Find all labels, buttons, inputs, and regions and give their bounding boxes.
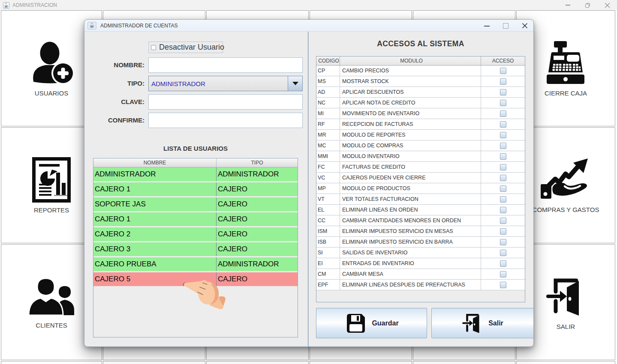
salir-button[interactable]: Salir	[431, 308, 534, 338]
access-column-header-codigo[interactable]: CODIGO	[316, 57, 340, 66]
acceso-checkbox[interactable]	[500, 250, 506, 256]
dialog-close-button[interactable]	[522, 23, 528, 29]
access-codigo-cell[interactable]: ISM	[316, 226, 340, 236]
access-table-row[interactable]: VTVER TOTALES FACTURACION	[316, 194, 525, 205]
acceso-checkbox[interactable]	[500, 68, 506, 74]
user-tipo-cell[interactable]: CAJERO	[217, 272, 298, 286]
users-table-row[interactable]: CAJERO 1CAJERO	[93, 182, 298, 197]
dialog-titlebar[interactable]: ADMINISTRADOR DE CUENTAS	[84, 20, 533, 32]
nombre-input[interactable]	[148, 57, 303, 73]
access-codigo-cell[interactable]: SI	[316, 248, 340, 258]
user-nombre-cell[interactable]: CAJERO 2	[93, 227, 217, 241]
dialog-minimize-button[interactable]	[484, 26, 490, 27]
access-modulo-cell[interactable]: ELIMINAR LINEAS DESPUES DE PREFACTURAS	[340, 280, 481, 290]
menu-cell-empty[interactable]	[516, 361, 615, 364]
access-modulo-cell[interactable]: FACTURAS DE CREDITO	[340, 162, 481, 172]
access-codigo-cell[interactable]: MMI	[316, 151, 340, 161]
access-table-row[interactable]: ADAPLICAR DESCUENTOS	[316, 87, 525, 98]
access-table-row[interactable]: ELELIMINAR LINEAS EN ORDEN	[316, 205, 525, 215]
access-modulo-cell[interactable]: ENTRADAS DE INVENTARIO	[340, 258, 481, 269]
acceso-checkbox[interactable]	[500, 228, 506, 235]
users-table-row[interactable]: ADMINISTRADORADMINISTRADOR	[93, 167, 298, 182]
access-codigo-cell[interactable]: EL	[316, 205, 340, 215]
access-codigo-cell[interactable]: CP	[316, 66, 340, 76]
user-nombre-cell[interactable]: CAJERO 1	[93, 212, 217, 226]
access-table-row[interactable]: MCMODULO DE COMPRAS	[316, 140, 525, 151]
access-modulo-cell[interactable]: ELIMINAR IMPUESTO SERVICIO EN MESAS	[340, 226, 481, 236]
acceso-checkbox[interactable]	[500, 175, 506, 181]
access-table-row[interactable]: EPFELIMINAR LINEAS DESPUES DE PREFACTURA…	[316, 280, 525, 290]
access-modulo-cell[interactable]: MODULO DE REPORTES	[340, 130, 481, 140]
access-table-row[interactable]: VCCAJEROS PUEDEN VER CIERRE	[316, 173, 525, 183]
acceso-checkbox[interactable]	[500, 218, 506, 224]
access-codigo-cell[interactable]: RF	[316, 119, 340, 129]
access-table-row[interactable]: MRMODULO DE REPORTES	[316, 130, 525, 140]
tipo-combobox[interactable]: ADMINISTRADOR	[148, 76, 303, 91]
access-modulo-cell[interactable]: CAMBIAR MESA	[340, 269, 481, 279]
tipo-combobox-arrow-button[interactable]	[288, 76, 302, 91]
users-table-row[interactable]: SOPORTE JASCAJERO	[93, 197, 298, 212]
acceso-checkbox[interactable]	[500, 110, 506, 117]
access-table-row[interactable]: RFRECEPCION DE FACTURAS	[316, 119, 525, 130]
desactivar-usuario-checkbox[interactable]	[151, 45, 156, 50]
users-table-row[interactable]: CAJERO 2CAJERO	[93, 227, 298, 242]
user-nombre-cell[interactable]: CAJERO 3	[93, 242, 217, 256]
main-restore-button[interactable]	[578, 0, 597, 10]
acceso-checkbox[interactable]	[500, 185, 506, 192]
acceso-checkbox[interactable]	[500, 143, 506, 149]
access-codigo-cell[interactable]: NC	[316, 98, 340, 108]
user-tipo-cell[interactable]: CAJERO	[217, 242, 298, 256]
user-nombre-cell[interactable]: CAJERO 1	[93, 182, 217, 196]
acceso-checkbox[interactable]	[500, 239, 506, 245]
access-modulo-cell[interactable]: CAMBIAR CANTIDADES MENORES EN ORDEN	[340, 215, 481, 226]
access-table-row[interactable]: MPMODULO DE PRODUCTOS	[316, 183, 525, 194]
access-modulo-cell[interactable]: VER TOTALES FACTURACION	[340, 194, 481, 204]
acceso-checkbox[interactable]	[500, 196, 506, 203]
users-column-header-nombre[interactable]: NOMBRE	[93, 158, 217, 167]
access-table-row[interactable]: ISMELIMINAR IMPUESTO SERVICIO EN MESAS	[316, 226, 525, 237]
main-close-button[interactable]	[597, 0, 617, 10]
access-modulo-cell[interactable]: MOSTRAR STOCK	[340, 76, 481, 87]
access-codigo-cell[interactable]: MS	[316, 76, 340, 87]
user-tipo-cell[interactable]: CAJERO	[217, 227, 298, 241]
access-codigo-cell[interactable]: EPF	[316, 280, 340, 290]
access-modulo-cell[interactable]: APLICAR DESCUENTOS	[340, 87, 481, 97]
users-column-header-tipo[interactable]: TIPO	[217, 158, 298, 167]
access-modulo-cell[interactable]: CAMBIO PRECIOS	[340, 66, 481, 76]
acceso-checkbox[interactable]	[500, 164, 506, 170]
menu-cell-empty[interactable]	[310, 361, 412, 364]
user-nombre-cell[interactable]: ADMINISTRADOR	[93, 167, 217, 181]
access-codigo-cell[interactable]: EI	[316, 258, 340, 269]
access-table-row[interactable]: FCFACTURAS DE CREDITO	[316, 162, 525, 173]
access-table-row[interactable]: CCCAMBIAR CANTIDADES MENORES EN ORDEN	[316, 215, 525, 226]
acceso-checkbox[interactable]	[500, 153, 506, 160]
main-minimize-button[interactable]	[558, 0, 578, 10]
user-tipo-cell[interactable]: CAJERO	[217, 212, 298, 226]
acceso-checkbox[interactable]	[500, 89, 506, 95]
access-table-row[interactable]: EIENTRADAS DE INVENTARIO	[316, 258, 525, 269]
access-codigo-cell[interactable]: VC	[316, 173, 340, 183]
access-modulo-cell[interactable]: MODULO INVENTARIO	[340, 151, 481, 161]
access-column-header-modulo[interactable]: MODULO	[340, 57, 481, 66]
acceso-checkbox[interactable]	[500, 78, 506, 85]
acceso-checkbox[interactable]	[500, 132, 506, 138]
user-tipo-cell[interactable]: CAJERO	[217, 182, 298, 196]
menu-cell-empty[interactable]	[413, 361, 515, 364]
user-tipo-cell[interactable]: ADMINISTRADOR	[217, 257, 298, 271]
acceso-checkbox[interactable]	[500, 207, 506, 213]
dialog-maximize-button[interactable]	[503, 23, 509, 29]
access-modulo-cell[interactable]: ELIMINAR LINEAS EN ORDEN	[340, 205, 481, 215]
access-table-row[interactable]: MMIMODULO INVENTARIO	[316, 151, 525, 162]
user-nombre-cell[interactable]: CAJERO 5	[93, 272, 217, 286]
clave-input[interactable]	[148, 94, 303, 110]
user-tipo-cell[interactable]: CAJERO	[217, 197, 298, 211]
access-codigo-cell[interactable]: CC	[316, 215, 340, 226]
access-modulo-cell[interactable]: CAJEROS PUEDEN VER CIERRE	[340, 173, 481, 183]
users-table-row[interactable]: CAJERO PRUEBAADMINISTRADOR	[93, 257, 298, 272]
access-modulo-cell[interactable]: MOVIMIENTO DE INVENTARIO	[340, 108, 481, 119]
access-codigo-cell[interactable]: AD	[316, 87, 340, 97]
menu-cell-empty[interactable]	[103, 361, 205, 364]
access-codigo-cell[interactable]: MC	[316, 140, 340, 151]
access-codigo-cell[interactable]: MI	[316, 108, 340, 119]
access-modulo-cell[interactable]: MODULO DE COMPRAS	[340, 140, 481, 151]
